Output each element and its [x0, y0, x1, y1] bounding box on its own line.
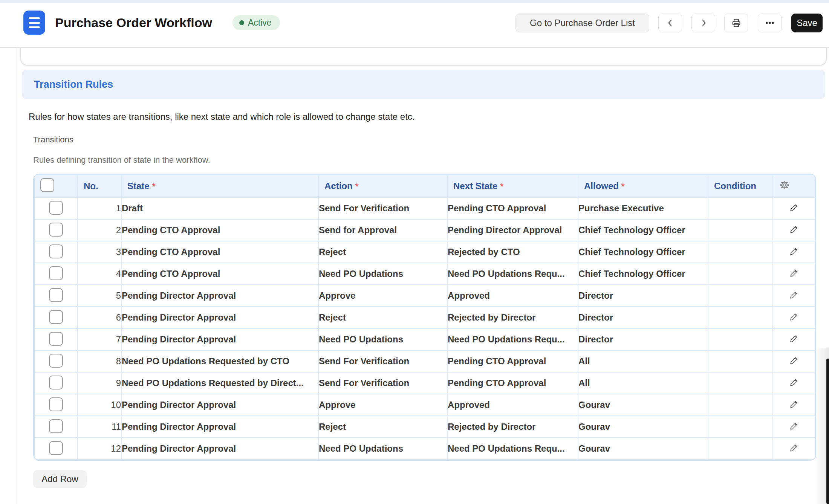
edit-row-button[interactable]: [789, 443, 798, 452]
edit-row-button[interactable]: [789, 290, 798, 299]
row-checkbox[interactable]: [49, 419, 63, 433]
edit-row-button[interactable]: [789, 400, 798, 409]
condition-cell[interactable]: [708, 219, 773, 241]
state-cell[interactable]: Pending Director Approval: [121, 307, 318, 328]
next-state-cell[interactable]: Pending CTO Approval: [447, 350, 578, 372]
table-row: 7 Pending Director Approval Need PO Upda…: [34, 328, 815, 350]
edit-row-button[interactable]: [789, 378, 798, 387]
row-checkbox[interactable]: [49, 310, 63, 324]
condition-cell[interactable]: [708, 263, 773, 285]
action-cell[interactable]: Reject: [318, 416, 447, 438]
action-cell[interactable]: Need PO Updations: [318, 328, 447, 350]
action-cell[interactable]: Send For Verification: [318, 350, 447, 372]
next-state-cell[interactable]: Pending Director Approval: [447, 219, 578, 241]
row-checkbox[interactable]: [49, 266, 63, 280]
allowed-cell[interactable]: Gourav: [578, 438, 708, 460]
state-cell[interactable]: Pending Director Approval: [121, 328, 318, 350]
next-state-cell[interactable]: Approved: [447, 394, 578, 416]
row-checkbox[interactable]: [49, 201, 63, 215]
state-cell[interactable]: Pending Director Approval: [121, 438, 318, 460]
action-cell[interactable]: Need PO Updations: [318, 263, 447, 285]
allowed-cell[interactable]: Chief Technology Officer: [578, 219, 708, 241]
edit-row-button[interactable]: [789, 356, 798, 365]
condition-cell[interactable]: [708, 438, 773, 460]
previous-document-button[interactable]: [658, 14, 682, 32]
row-number: 9: [78, 372, 121, 394]
condition-cell[interactable]: [708, 350, 773, 372]
condition-cell[interactable]: [708, 328, 773, 350]
next-document-button[interactable]: [691, 14, 715, 32]
next-state-cell[interactable]: Need PO Updations Requ...: [447, 438, 578, 460]
allowed-cell[interactable]: Director: [578, 285, 708, 307]
next-state-cell[interactable]: Need PO Updations Requ...: [447, 263, 578, 285]
row-checkbox[interactable]: [49, 332, 63, 346]
row-checkbox[interactable]: [49, 223, 63, 237]
condition-cell[interactable]: [708, 394, 773, 416]
next-state-cell[interactable]: Rejected by Director: [447, 307, 578, 328]
state-cell[interactable]: Pending CTO Approval: [121, 219, 318, 241]
edit-row-button[interactable]: [789, 334, 798, 343]
allowed-cell[interactable]: All: [578, 372, 708, 394]
allowed-cell[interactable]: Director: [578, 328, 708, 350]
next-state-cell[interactable]: Pending CTO Approval: [447, 372, 578, 394]
row-checkbox[interactable]: [49, 354, 63, 368]
edit-row-button[interactable]: [789, 203, 798, 212]
condition-cell[interactable]: [708, 285, 773, 307]
state-cell[interactable]: Pending Director Approval: [121, 416, 318, 438]
edit-row-button[interactable]: [789, 247, 798, 256]
edit-row-button[interactable]: [789, 312, 798, 321]
action-cell[interactable]: Reject: [318, 307, 447, 328]
save-button[interactable]: Save: [791, 14, 823, 32]
row-checkbox[interactable]: [49, 288, 63, 302]
action-cell[interactable]: Approve: [318, 394, 447, 416]
state-cell[interactable]: Need PO Updations Requested by CTO: [121, 350, 318, 372]
condition-cell[interactable]: [708, 416, 773, 438]
next-state-cell[interactable]: Need PO Updations Requ...: [447, 328, 578, 350]
status-badge: Active: [232, 15, 280, 30]
row-checkbox[interactable]: [49, 397, 63, 411]
grid-settings-button[interactable]: [779, 179, 790, 191]
status-label: Active: [248, 18, 272, 28]
select-all-checkbox[interactable]: [40, 178, 54, 192]
row-checkbox[interactable]: [49, 441, 63, 455]
action-cell[interactable]: Approve: [318, 285, 447, 307]
allowed-cell[interactable]: Gourav: [578, 416, 708, 438]
action-cell[interactable]: Need PO Updations: [318, 438, 447, 460]
action-cell[interactable]: Send for Approval: [318, 219, 447, 241]
state-cell[interactable]: Pending Director Approval: [121, 285, 318, 307]
condition-cell[interactable]: [708, 241, 773, 263]
state-cell[interactable]: Need PO Updations Requested by Direct...: [121, 372, 318, 394]
next-state-cell[interactable]: Approved: [447, 285, 578, 307]
edit-row-button[interactable]: [789, 225, 798, 234]
condition-cell[interactable]: [708, 307, 773, 328]
state-cell[interactable]: Pending Director Approval: [121, 394, 318, 416]
add-row-button[interactable]: Add Row: [33, 470, 87, 488]
edit-row-button[interactable]: [789, 422, 798, 431]
allowed-cell[interactable]: All: [578, 350, 708, 372]
next-state-cell[interactable]: Rejected by Director: [447, 416, 578, 438]
state-cell[interactable]: Draft: [121, 197, 318, 219]
condition-cell[interactable]: [708, 197, 773, 219]
top-strip: [0, 0, 829, 3]
allowed-cell[interactable]: Gourav: [578, 394, 708, 416]
condition-cell[interactable]: [708, 372, 773, 394]
allowed-cell[interactable]: Chief Technology Officer: [578, 241, 708, 263]
allowed-cell[interactable]: Purchase Executive: [578, 197, 708, 219]
state-cell[interactable]: Pending CTO Approval: [121, 241, 318, 263]
vertical-scrollbar[interactable]: [826, 359, 829, 504]
go-to-purchase-order-list-button[interactable]: Go to Purchase Order List: [515, 14, 649, 32]
action-cell[interactable]: Send For Verification: [318, 197, 447, 219]
row-checkbox[interactable]: [49, 376, 63, 389]
row-checkbox[interactable]: [49, 244, 63, 258]
more-options-button[interactable]: [758, 14, 782, 32]
edit-row-button[interactable]: [789, 269, 798, 278]
menu-icon[interactable]: [23, 11, 45, 35]
next-state-cell[interactable]: Pending CTO Approval: [447, 197, 578, 219]
print-button[interactable]: [724, 14, 748, 32]
state-cell[interactable]: Pending CTO Approval: [121, 263, 318, 285]
allowed-cell[interactable]: Director: [578, 307, 708, 328]
allowed-cell[interactable]: Chief Technology Officer: [578, 263, 708, 285]
action-cell[interactable]: Send For Verification: [318, 372, 447, 394]
action-cell[interactable]: Reject: [318, 241, 447, 263]
next-state-cell[interactable]: Rejected by CTO: [447, 241, 578, 263]
